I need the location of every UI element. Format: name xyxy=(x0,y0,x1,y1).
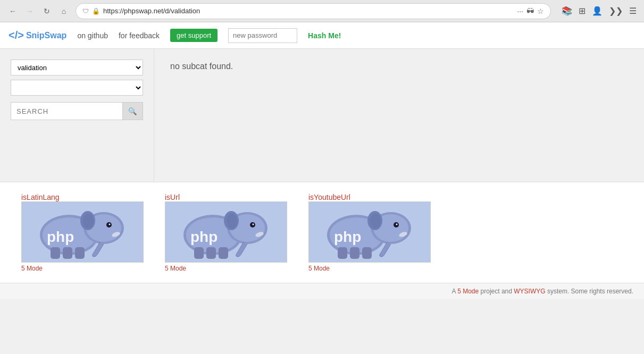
footer-wysiwyg-link[interactable]: WYSIWYG xyxy=(514,288,545,295)
snippet-title-1[interactable]: isLatinLang xyxy=(21,193,60,201)
feedback-link[interactable]: for feedback xyxy=(119,31,160,40)
extensions-icon[interactable]: ❯❯ xyxy=(607,4,625,18)
reload-button[interactable]: ↻ xyxy=(39,4,54,19)
svg-rect-11 xyxy=(75,247,85,259)
category-select[interactable]: validation xyxy=(11,60,143,75)
snippet-mode-2: 5 Mode xyxy=(165,265,287,272)
footer: A 5 Mode project and WYSIWYG system. Som… xyxy=(0,283,644,299)
forward-button[interactable]: → xyxy=(22,4,37,19)
layout-icon[interactable]: ⊞ xyxy=(576,4,588,18)
svg-rect-24 xyxy=(219,247,228,259)
snippet-mode-link-1[interactable]: 5 Mode xyxy=(21,265,43,272)
php-logo-3: php xyxy=(314,206,425,259)
url-input[interactable] xyxy=(103,7,514,15)
shield-icon: 🛡 xyxy=(82,7,89,15)
snippet-mode-link-2[interactable]: 5 Mode xyxy=(165,265,186,272)
logo[interactable]: </> SnipSwap xyxy=(9,29,66,41)
svg-rect-9 xyxy=(51,247,60,259)
snippet-item: isLatinLang xyxy=(21,193,144,272)
menu-icon[interactable]: ☰ xyxy=(627,4,639,18)
snippet-title-3[interactable]: isYoutubeUrl xyxy=(308,193,350,201)
main-layout: validation 🔍 no subcat found. xyxy=(0,49,644,182)
browser-toolbar: 📚 ⊞ 👤 ❯❯ ☰ xyxy=(559,4,639,18)
snippet-thumbnail-1[interactable]: php xyxy=(21,201,144,263)
sub-select-container xyxy=(11,80,143,96)
sidebar: validation 🔍 xyxy=(0,49,154,182)
svg-text:php: php xyxy=(334,229,361,245)
snippet-mode-1: 5 Mode xyxy=(21,265,144,272)
no-subcat-message: no subcat found. xyxy=(170,62,628,71)
address-icons: ··· 🕶 ☆ xyxy=(517,7,544,15)
svg-rect-37 xyxy=(362,247,372,259)
svg-point-33 xyxy=(396,223,398,225)
nav-buttons: ← → ↻ ⌂ xyxy=(5,4,71,19)
bookmark-icon[interactable]: 🕶 xyxy=(526,7,534,15)
subcategory-select[interactable] xyxy=(11,80,143,96)
github-link[interactable]: on github xyxy=(77,31,108,40)
home-button[interactable]: ⌂ xyxy=(56,4,71,19)
password-input[interactable] xyxy=(228,28,297,43)
svg-rect-10 xyxy=(63,247,72,259)
lock-icon: 🔒 xyxy=(92,7,100,15)
snippet-item-2: isUrl php xyxy=(165,193,287,272)
svg-rect-36 xyxy=(350,247,359,259)
more-icon[interactable]: ··· xyxy=(517,7,523,15)
snippet-title-2[interactable]: isUrl xyxy=(165,193,180,201)
snippet-mode-3: 5 Mode xyxy=(308,265,431,272)
search-row: 🔍 xyxy=(11,102,143,120)
snippets-grid: isLatinLang xyxy=(21,193,623,272)
snippets-section: isLatinLang xyxy=(0,182,644,283)
logo-text: SnipSwap xyxy=(26,31,66,40)
footer-text-suffix: system. Some rights reserved. xyxy=(547,288,633,295)
address-bar[interactable]: 🛡 🔒 ··· 🕶 ☆ xyxy=(76,3,551,19)
support-button[interactable]: get support xyxy=(170,29,218,42)
svg-point-18 xyxy=(227,214,237,229)
svg-point-7 xyxy=(109,223,111,225)
search-icon: 🔍 xyxy=(128,107,137,115)
library-icon[interactable]: 📚 xyxy=(559,4,574,18)
svg-text:php: php xyxy=(47,229,74,245)
svg-text:php: php xyxy=(190,229,218,245)
svg-rect-23 xyxy=(206,247,216,259)
footer-text-middle: project and xyxy=(481,288,514,295)
php-logo-2: php xyxy=(170,206,282,259)
svg-point-20 xyxy=(253,223,254,225)
snippet-thumbnail-3[interactable]: php xyxy=(308,201,431,263)
snippet-thumbnail-2[interactable]: php xyxy=(165,201,287,263)
star-icon[interactable]: ☆ xyxy=(537,7,544,15)
search-button[interactable]: 🔍 xyxy=(123,102,143,120)
svg-rect-35 xyxy=(338,247,347,259)
svg-point-31 xyxy=(370,214,381,229)
account-icon[interactable]: 👤 xyxy=(590,4,605,18)
footer-text-prefix: A xyxy=(451,288,457,295)
svg-point-5 xyxy=(83,214,94,229)
php-logo-1: php xyxy=(27,206,138,259)
snippet-mode-link-3[interactable]: 5 Mode xyxy=(308,265,330,272)
browser-chrome: ← → ↻ ⌂ 🛡 🔒 ··· 🕶 ☆ 📚 ⊞ 👤 ❯❯ ☰ xyxy=(0,0,644,22)
main-content: no subcat found. xyxy=(154,49,644,182)
logo-icon: </> xyxy=(9,29,24,41)
snippet-item-3: isYoutubeUrl php xyxy=(308,193,431,272)
svg-rect-22 xyxy=(194,247,204,259)
hash-button[interactable]: Hash Me! xyxy=(308,31,341,40)
search-input[interactable] xyxy=(11,102,123,120)
footer-mode-link[interactable]: 5 Mode xyxy=(457,288,479,295)
back-button[interactable]: ← xyxy=(5,4,20,19)
app-header: </> SnipSwap on github for feedback get … xyxy=(0,22,644,49)
